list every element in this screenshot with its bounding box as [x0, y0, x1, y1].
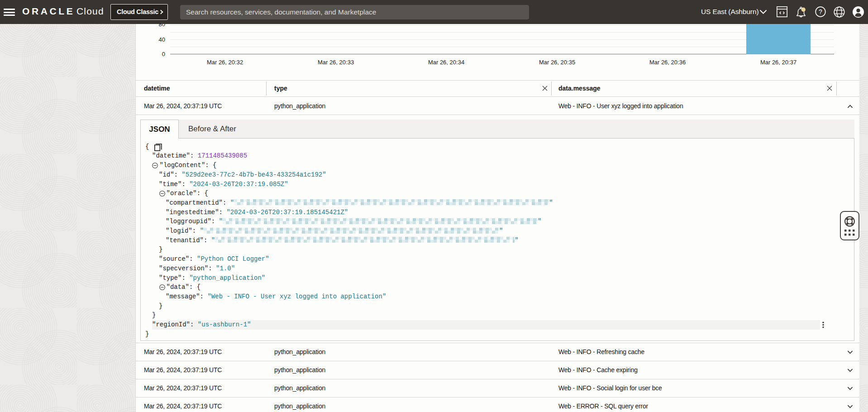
- svg-text:?: ?: [819, 8, 822, 15]
